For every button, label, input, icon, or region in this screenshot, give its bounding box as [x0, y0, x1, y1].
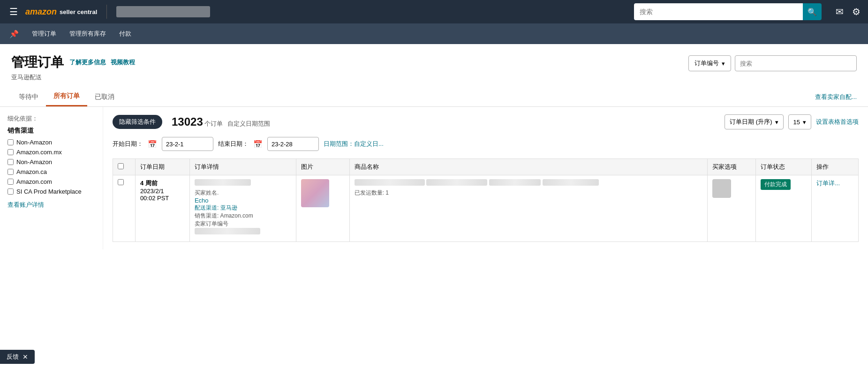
tab-cancelled[interactable]: 已取消	[87, 88, 122, 106]
settings-icon[interactable]: ⚙	[852, 6, 860, 17]
seller-order-no-label: 卖家订单编号	[195, 220, 291, 228]
order-date-time: 00:02 PST	[140, 195, 185, 202]
sidebar-item-amazon-mx: Amazon.com.mx	[8, 149, 95, 156]
start-date-input[interactable]	[162, 137, 213, 151]
header-right: 订单编号 ▾	[688, 55, 857, 71]
order-count: 13023	[172, 115, 203, 128]
top-navigation: ☰ amazon seller central 🔍 ✉ ⚙	[0, 0, 868, 23]
channel-label-non-amazon-1: Non-Amazon	[16, 139, 52, 146]
shipping-channel: 配送渠道: 亚马逊	[195, 204, 291, 212]
channel-checkbox-non-amazon-1[interactable]	[8, 139, 14, 145]
start-calendar-icon[interactable]: 📅	[148, 140, 157, 149]
order-buyer-name: 买家姓名.	[195, 189, 291, 197]
sidebar-item-non-amazon-1: Non-Amazon	[8, 139, 95, 146]
sidebar-item-amazon-com: Amazon.com	[8, 178, 95, 185]
product-name-blurred-2	[426, 179, 487, 186]
tab-all-orders[interactable]: 所有订单	[46, 87, 87, 106]
filter-bar: 隐藏筛选条件 13023 个订单 自定义日期范围 订单日期 (升序) ▾ 15 …	[113, 114, 859, 129]
logo-area: amazon seller central	[25, 7, 97, 17]
feedback-widget[interactable]: 反馈 ✕	[0, 350, 35, 364]
col-order-date: 订单日期	[135, 159, 189, 175]
row-buyer-options-cell	[707, 175, 755, 242]
channel-label-amazon-ca: Amazon.ca	[16, 168, 47, 175]
channel-checkbox-amazon-com[interactable]	[8, 179, 14, 185]
messages-icon[interactable]: ✉	[836, 6, 844, 17]
nav-manage-orders[interactable]: 管理订单	[32, 30, 56, 38]
channel-checkbox-amazon-ca[interactable]	[8, 169, 14, 175]
nav-manage-inventory[interactable]: 管理所有库存	[69, 30, 106, 38]
orders-table: 订单日期 订单详情 图片 商品名称 买家选项 订单状态 操作	[113, 158, 859, 242]
page-title-text: 管理订单	[11, 53, 64, 71]
nav-payment[interactable]: 付款	[119, 30, 131, 38]
order-echo-link[interactable]: Echo	[195, 197, 291, 204]
order-count-area: 13023 个订单 自定义日期范围	[172, 115, 270, 128]
global-search-button[interactable]: 🔍	[803, 3, 822, 20]
product-name-blurred-4	[543, 179, 599, 186]
dropdown-chevron-icon: ▾	[722, 60, 725, 67]
row-action-cell: 订单详...	[812, 175, 859, 242]
col-order-detail: 订单详情	[189, 159, 296, 175]
seller-central-label: seller central	[60, 8, 97, 15]
table-header-row: 订单日期 订单详情 图片 商品名称 买家选项 订单状态 操作	[113, 159, 859, 175]
account-selector-blurred[interactable]	[116, 6, 210, 17]
order-tabs: 等待中 所有订单 已取消 查看卖家自配...	[0, 87, 868, 107]
secondary-navigation: 📌 管理订单 管理所有库存 付款	[0, 23, 868, 44]
sidebar-item-amazon-ca: Amazon.ca	[8, 168, 95, 175]
channel-checkbox-amazon-mx[interactable]	[8, 149, 14, 155]
learn-more-link[interactable]: 了解更多信息	[69, 58, 106, 67]
filter-bar-right: 订单日期 (升序) ▾ 15 ▾ 设置表格首选项	[725, 114, 859, 129]
nav-icons: ✉ ⚙	[836, 6, 860, 17]
sidebar-item-non-amazon-2: Non-Amazon	[8, 158, 95, 166]
page-title-links: 了解更多信息 视频教程	[69, 58, 135, 67]
page-title-area: 管理订单 了解更多信息 视频教程 亚马逊配送	[11, 53, 135, 82]
feedback-close-icon[interactable]: ✕	[23, 353, 28, 361]
select-all-checkbox[interactable]	[118, 163, 124, 169]
channel-checkbox-non-amazon-2[interactable]	[8, 159, 14, 165]
date-row: 开始日期： 📅 结束日期： 📅 日期范围：自定义日...	[113, 137, 859, 151]
hamburger-menu[interactable]: ☰	[8, 4, 20, 19]
tab-pending[interactable]: 等待中	[11, 88, 46, 106]
account-detail-link[interactable]: 查看账户详情	[8, 201, 95, 209]
main-panel: 隐藏筛选条件 13023 个订单 自定义日期范围 订单日期 (升序) ▾ 15 …	[103, 107, 868, 249]
count-dropdown[interactable]: 15 ▾	[788, 114, 811, 129]
global-search-input[interactable]	[634, 3, 803, 20]
table-settings-link[interactable]: 设置表格首选项	[816, 118, 859, 126]
dispatched-count: 已发运数量: 1	[355, 189, 702, 197]
row-checkbox-cell	[113, 175, 136, 242]
col-checkbox	[113, 159, 136, 175]
sort-label: 订单日期 (升序)	[730, 118, 772, 126]
main-content: 管理订单 了解更多信息 视频教程 亚马逊配送 订单编号 ▾ 等待中 所有订单 已…	[0, 44, 868, 392]
video-tutorial-link[interactable]: 视频教程	[111, 58, 135, 67]
end-date-label: 结束日期：	[218, 140, 249, 148]
row-order-detail-cell: 买家姓名. Echo 配送渠道: 亚马逊 销售渠道: Amazon.com 卖家…	[189, 175, 296, 242]
sales-channel: 销售渠道: Amazon.com	[195, 212, 291, 220]
sidebar-refine-label: 细化依据：	[8, 114, 95, 123]
product-name-blurred-1	[355, 179, 425, 186]
search-bar: 🔍	[634, 3, 822, 20]
feedback-label: 反馈	[7, 353, 19, 361]
end-date-input[interactable]	[267, 137, 319, 151]
date-range-label: 自定义日期范围	[227, 120, 270, 127]
end-calendar-icon[interactable]: 📅	[253, 140, 263, 149]
pin-icon[interactable]: 📌	[9, 30, 19, 38]
action-order-detail-link[interactable]: 订单详...	[816, 180, 840, 187]
page-header: 管理订单 了解更多信息 视频教程 亚马逊配送 订单编号 ▾	[0, 44, 868, 82]
status-badge: 付款完成	[761, 179, 791, 190]
header-search-input[interactable]	[735, 55, 857, 71]
sort-dropdown[interactable]: 订单日期 (升序) ▾	[725, 114, 783, 129]
seller-fulfilled-link[interactable]: 查看卖家自配...	[815, 93, 857, 101]
order-number-dropdown[interactable]: 订单编号 ▾	[688, 55, 731, 71]
buyer-option-image	[712, 179, 731, 198]
row-product-name-cell: 已发运数量: 1	[349, 175, 707, 242]
order-id-blurred	[195, 179, 251, 186]
order-date-weeks-ago: 4 周前	[140, 179, 185, 188]
hide-filter-button[interactable]: 隐藏筛选条件	[113, 115, 162, 129]
sidebar-item-si-ca-prod: SI CA Prod Marketplace	[8, 188, 95, 195]
date-range-select-label: 日期范围：自定义日...	[324, 140, 384, 148]
channel-checkbox-si-ca-prod[interactable]	[8, 188, 14, 195]
row-checkbox[interactable]	[118, 179, 124, 185]
col-order-status: 订单状态	[755, 159, 812, 175]
channel-label-non-amazon-2: Non-Amazon	[16, 158, 52, 166]
start-date-label: 开始日期：	[113, 140, 143, 148]
channel-label-si-ca-prod: SI CA Prod Marketplace	[16, 188, 82, 195]
